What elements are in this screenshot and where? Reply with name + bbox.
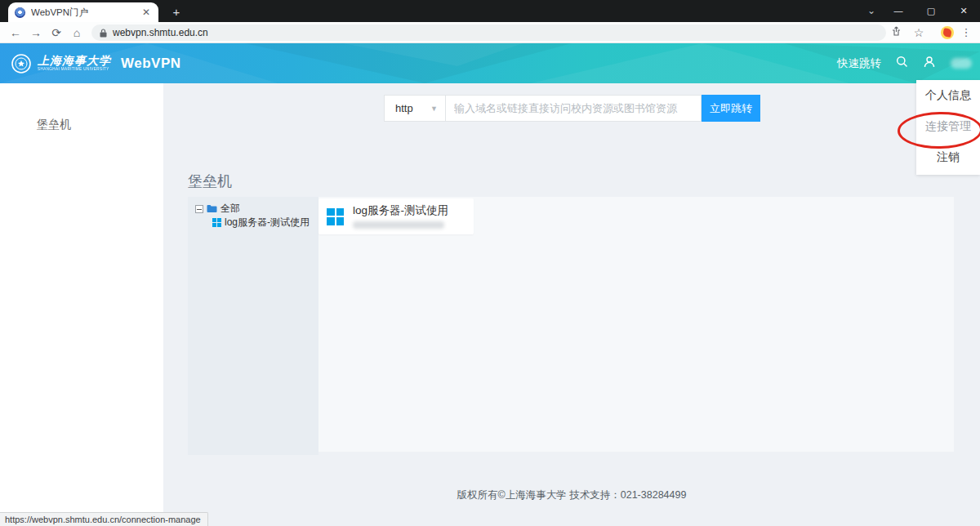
window-maximize-button[interactable]: ▢	[915, 0, 947, 22]
tree-node-root[interactable]: 全部	[195, 203, 318, 215]
address-bar[interactable]: webvpn.shmtu.edu.cn	[91, 25, 886, 41]
chevron-down-icon: ▼	[430, 105, 438, 113]
ssl-lock-icon[interactable]	[100, 29, 107, 38]
status-bar-url: https://webvpn.shmtu.edu.cn/connection-m…	[0, 512, 208, 526]
tree-collapse-icon[interactable]	[195, 205, 203, 213]
new-tab-button[interactable]: +	[168, 4, 185, 20]
logo-group: 上海海事大学 SHANGHAI MARITIME UNIVERSITY WebV…	[11, 43, 181, 83]
window-minimize-button[interactable]: —	[882, 0, 915, 22]
tree-root-label: 全部	[220, 202, 240, 216]
menu-item-connection-manage[interactable]: 连接管理	[916, 111, 980, 142]
home-button[interactable]: ⌂	[68, 22, 86, 43]
browser-menu-icon[interactable]: ⋮	[959, 22, 973, 43]
search-icon[interactable]	[896, 56, 908, 71]
browser-tab[interactable]: WebVPN门户 ✕	[8, 2, 158, 22]
sidebar: 堡垒机	[0, 83, 163, 513]
quick-jump-link[interactable]: 快速跳转	[837, 56, 881, 71]
server-card[interactable]: log服务器-测试使用	[318, 198, 474, 234]
windows-icon	[327, 208, 344, 225]
menu-item-logout[interactable]: 注销	[916, 142, 980, 173]
menu-item-profile[interactable]: 个人信息	[916, 80, 980, 111]
back-button[interactable]: ←	[7, 22, 24, 43]
tab-search-chevron-icon[interactable]: ⌄	[859, 0, 884, 22]
extension-icon[interactable]	[941, 26, 954, 39]
footer-copyright: 版权所有©上海海事大学 技术支持：021-38284499	[163, 488, 980, 502]
jump-now-button[interactable]: 立即跳转	[702, 95, 760, 122]
user-dropdown-menu: 个人信息 连接管理 注销	[916, 80, 980, 175]
university-name: 上海海事大学 SHANGHAI MARITIME UNIVERSITY	[38, 55, 111, 72]
tree-child-label: log服务器-测试使用	[225, 216, 310, 230]
main-content: http ▼ 立即跳转 堡垒机 全部 log服务器-测试使用 log服务器-测试…	[163, 83, 980, 526]
protocol-value: http	[395, 102, 413, 114]
bookmark-star-icon[interactable]: ☆	[910, 22, 928, 43]
browser-titlebar: WebVPN门户 ✕ + ⌄ — ▢ ✕	[0, 0, 980, 22]
folder-icon	[207, 204, 217, 213]
forward-button[interactable]: →	[27, 22, 45, 43]
windows-icon	[212, 218, 221, 227]
username-redacted	[951, 58, 972, 69]
tab-close-icon[interactable]: ✕	[140, 7, 152, 18]
webvpn-header: 上海海事大学 SHANGHAI MARITIME UNIVERSITY WebV…	[0, 43, 980, 83]
sidebar-item-bastion[interactable]: 堡垒机	[37, 118, 71, 132]
share-icon[interactable]	[887, 22, 905, 43]
resource-tree: 全部 log服务器-测试使用	[188, 197, 318, 455]
window-close-button[interactable]: ✕	[947, 0, 980, 22]
server-address-redacted	[353, 221, 444, 229]
quick-jump-bar: http ▼ 立即跳转	[384, 95, 760, 122]
product-name: WebVPN	[121, 56, 181, 72]
tab-title: WebVPN门户	[31, 7, 135, 19]
url-text: webvpn.shmtu.edu.cn	[113, 27, 208, 38]
section-title-bastion: 堡垒机	[188, 172, 232, 191]
tree-node-server[interactable]: log服务器-测试使用	[212, 216, 318, 229]
reload-button[interactable]: ⟳	[47, 22, 65, 43]
server-card-list: log服务器-测试使用	[318, 197, 954, 452]
server-card-title: log服务器-测试使用	[353, 204, 466, 217]
browser-toolbar: ← → ⟳ ⌂ webvpn.shmtu.edu.cn ☆ ⋮	[0, 22, 980, 43]
user-icon[interactable]	[923, 56, 936, 72]
protocol-select[interactable]: http ▼	[384, 95, 446, 122]
university-emblem-icon	[11, 54, 31, 74]
domain-input[interactable]	[446, 95, 702, 122]
site-favicon-icon	[15, 7, 25, 18]
